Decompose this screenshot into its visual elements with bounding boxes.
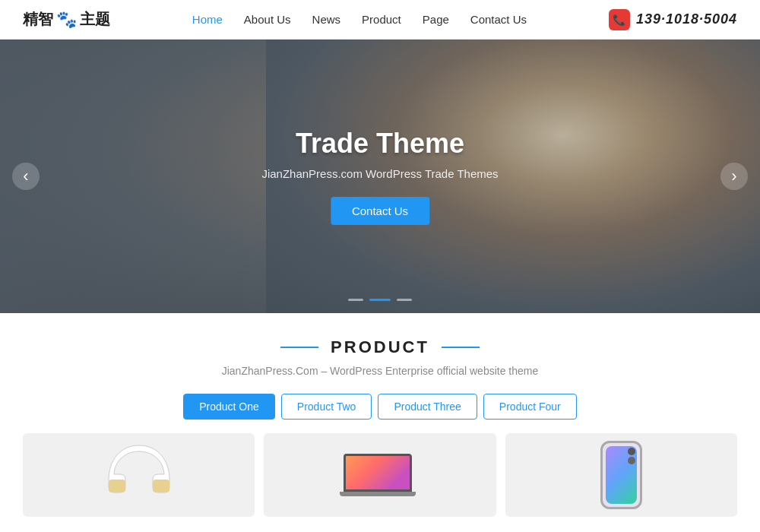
product-tabs: Product One Product Two Product Three Pr… (23, 394, 737, 420)
phone-icon: 📞 (609, 9, 630, 30)
phone-illustration (600, 441, 642, 509)
hero-subtitle: JianZhanPress.com WordPress Trade Themes (261, 167, 498, 180)
hero-slider: ‹ Trade Theme JianZhanPress.com WordPres… (0, 40, 760, 313)
hero-content: Trade Theme JianZhanPress.com WordPress … (261, 128, 498, 225)
hero-title: Trade Theme (261, 128, 498, 160)
slider-next-button[interactable]: › (720, 163, 748, 190)
product-tab-three[interactable]: Product Three (378, 394, 477, 420)
product-section-title: PRODUCT (331, 337, 429, 357)
product-title-row: PRODUCT (23, 337, 737, 357)
product-tab-one[interactable]: Product One (183, 394, 275, 420)
product-section: PRODUCT JianZhanPress.Com – WordPress En… (0, 313, 760, 532)
phone-number: 139·1018·5004 (636, 11, 737, 27)
title-line-right (442, 347, 480, 348)
product-tab-four[interactable]: Product Four (483, 394, 577, 420)
product-card-phone[interactable] (505, 433, 737, 517)
svg-rect-0 (109, 480, 125, 492)
slider-dot-1[interactable] (348, 299, 363, 301)
slider-dot-3[interactable] (397, 299, 412, 301)
product-card-headphone[interactable] (23, 433, 255, 517)
slider-dot-2[interactable] (369, 299, 391, 301)
phone-area: 📞 139·1018·5004 (609, 9, 737, 30)
chevron-left-icon: ‹ (23, 166, 28, 186)
nav-item-news[interactable]: News (312, 13, 341, 26)
logo-text-part1: 精智 (23, 9, 53, 30)
product-cards (23, 433, 737, 517)
headphone-illustration (105, 438, 173, 510)
nav-item-page[interactable]: Page (423, 13, 449, 26)
title-line-left (280, 347, 318, 348)
product-header: PRODUCT JianZhanPress.Com – WordPress En… (23, 337, 737, 377)
product-card-laptop[interactable] (264, 433, 496, 517)
slider-prev-button[interactable]: ‹ (12, 163, 40, 190)
laptop-illustration (344, 454, 416, 496)
nav-item-product[interactable]: Product (362, 13, 401, 26)
logo-paw-icon: 🐾 (56, 10, 77, 30)
logo-text-part2: 主题 (80, 9, 110, 30)
chevron-right-icon: › (731, 166, 736, 186)
main-nav: Home About Us News Product Page Contact … (192, 13, 527, 27)
slider-dots (348, 299, 412, 301)
nav-item-contact[interactable]: Contact Us (470, 13, 527, 26)
svg-rect-1 (153, 480, 169, 492)
header: 精智 🐾 主题 Home About Us News Product Page … (0, 0, 760, 40)
nav-item-about[interactable]: About Us (244, 13, 291, 26)
hero-cta-button[interactable]: Contact Us (331, 197, 429, 225)
product-description: JianZhanPress.Com – WordPress Enterprise… (23, 365, 737, 377)
product-tab-two[interactable]: Product Two (281, 394, 372, 420)
nav-item-home[interactable]: Home (192, 13, 223, 26)
logo: 精智 🐾 主题 (23, 9, 110, 30)
